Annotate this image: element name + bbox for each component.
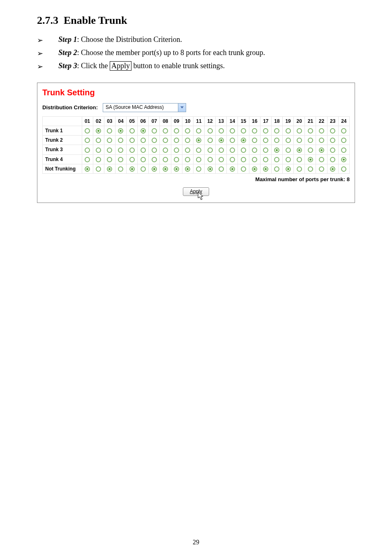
port-radio[interactable] (263, 128, 268, 134)
port-radio[interactable] (174, 138, 179, 143)
port-radio[interactable] (230, 166, 235, 172)
port-radio[interactable] (96, 157, 101, 162)
port-radio[interactable] (297, 166, 302, 172)
port-radio[interactable] (263, 157, 268, 162)
port-radio[interactable] (252, 157, 257, 162)
port-radio[interactable] (330, 147, 335, 153)
port-radio[interactable] (274, 138, 279, 143)
port-radio[interactable] (286, 128, 291, 134)
port-radio[interactable] (319, 166, 324, 172)
port-radio[interactable] (330, 166, 335, 172)
port-radio[interactable] (185, 138, 190, 143)
port-radio[interactable] (308, 128, 313, 134)
port-radio[interactable] (208, 147, 213, 153)
port-radio[interactable] (308, 166, 313, 172)
port-radio[interactable] (297, 138, 302, 143)
port-radio[interactable] (174, 157, 179, 162)
port-radio[interactable] (196, 138, 201, 143)
distribution-criterion-select[interactable]: SA (Source MAC Address) (103, 103, 186, 112)
port-radio[interactable] (196, 128, 201, 134)
port-radio[interactable] (185, 147, 190, 153)
port-radio[interactable] (308, 157, 313, 162)
port-radio[interactable] (274, 128, 279, 134)
port-radio[interactable] (330, 128, 335, 134)
port-radio[interactable] (107, 157, 112, 162)
port-radio[interactable] (297, 147, 302, 153)
port-radio[interactable] (118, 128, 123, 134)
port-radio[interactable] (96, 166, 101, 172)
port-radio[interactable] (85, 147, 90, 153)
port-radio[interactable] (185, 128, 190, 134)
port-radio[interactable] (241, 147, 246, 153)
port-radio[interactable] (308, 138, 313, 143)
port-radio[interactable] (96, 147, 101, 153)
port-radio[interactable] (230, 128, 235, 134)
port-radio[interactable] (208, 138, 213, 143)
port-radio[interactable] (141, 166, 146, 172)
port-radio[interactable] (85, 166, 90, 172)
port-radio[interactable] (252, 128, 257, 134)
port-radio[interactable] (274, 157, 279, 162)
port-radio[interactable] (252, 147, 257, 153)
port-radio[interactable] (208, 166, 213, 172)
port-radio[interactable] (107, 147, 112, 153)
port-radio[interactable] (219, 147, 224, 153)
port-radio[interactable] (230, 147, 235, 153)
port-radio[interactable] (152, 128, 157, 134)
port-radio[interactable] (263, 166, 268, 172)
port-radio[interactable] (96, 128, 101, 134)
port-radio[interactable] (341, 128, 346, 134)
port-radio[interactable] (286, 138, 291, 143)
port-radio[interactable] (297, 128, 302, 134)
port-radio[interactable] (241, 166, 246, 172)
port-radio[interactable] (274, 166, 279, 172)
port-radio[interactable] (174, 166, 179, 172)
port-radio[interactable] (286, 157, 291, 162)
port-radio[interactable] (252, 138, 257, 143)
port-radio[interactable] (208, 157, 213, 162)
port-radio[interactable] (141, 128, 146, 134)
port-radio[interactable] (341, 147, 346, 153)
port-radio[interactable] (129, 166, 135, 172)
port-radio[interactable] (163, 128, 168, 134)
port-radio[interactable] (286, 166, 291, 172)
port-radio[interactable] (152, 157, 157, 162)
port-radio[interactable] (118, 157, 123, 162)
port-radio[interactable] (219, 128, 224, 134)
port-radio[interactable] (129, 138, 135, 143)
port-radio[interactable] (319, 138, 324, 143)
port-radio[interactable] (163, 157, 168, 162)
port-radio[interactable] (163, 138, 168, 143)
port-radio[interactable] (196, 157, 201, 162)
port-radio[interactable] (341, 166, 346, 172)
port-radio[interactable] (208, 128, 213, 134)
port-radio[interactable] (185, 166, 190, 172)
port-radio[interactable] (196, 166, 201, 172)
port-radio[interactable] (163, 166, 168, 172)
port-radio[interactable] (152, 166, 157, 172)
port-radio[interactable] (274, 147, 279, 153)
port-radio[interactable] (230, 138, 235, 143)
port-radio[interactable] (241, 138, 246, 143)
port-radio[interactable] (263, 138, 268, 143)
port-radio[interactable] (319, 157, 324, 162)
port-radio[interactable] (341, 157, 346, 162)
port-radio[interactable] (263, 147, 268, 153)
port-radio[interactable] (96, 138, 101, 143)
port-radio[interactable] (85, 128, 90, 134)
port-radio[interactable] (85, 157, 90, 162)
port-radio[interactable] (141, 157, 146, 162)
port-radio[interactable] (330, 157, 335, 162)
port-radio[interactable] (241, 128, 246, 134)
port-radio[interactable] (219, 166, 224, 172)
port-radio[interactable] (107, 166, 112, 172)
port-radio[interactable] (341, 138, 346, 143)
port-radio[interactable] (319, 147, 324, 153)
port-radio[interactable] (107, 128, 112, 134)
port-radio[interactable] (163, 147, 168, 153)
port-radio[interactable] (118, 138, 123, 143)
port-radio[interactable] (129, 147, 135, 153)
port-radio[interactable] (319, 128, 324, 134)
port-radio[interactable] (196, 147, 201, 153)
port-radio[interactable] (219, 157, 224, 162)
